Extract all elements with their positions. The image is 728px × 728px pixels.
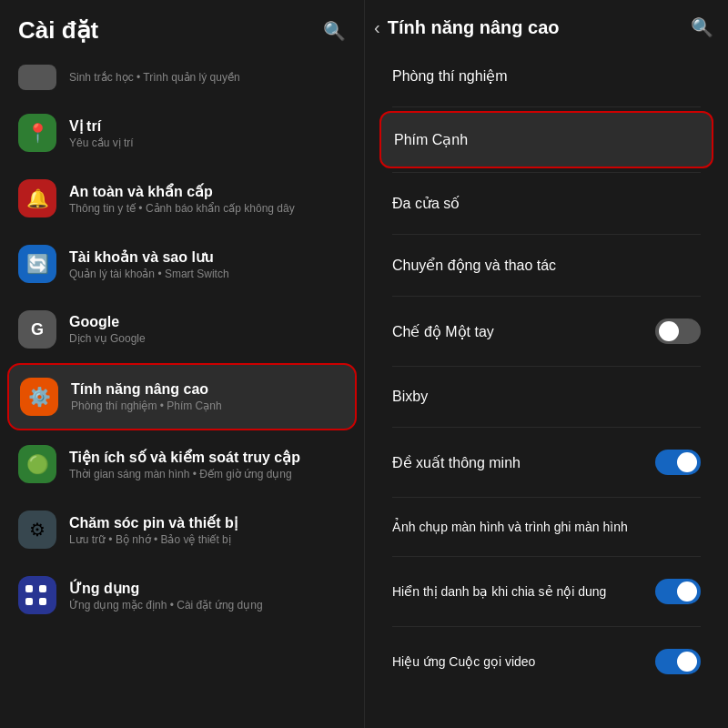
account-icon: 🔄 (18, 245, 56, 283)
back-button[interactable]: ‹ (374, 17, 380, 38)
divider-1 (392, 106, 701, 107)
multiwindow-label: Đa cửa số (392, 195, 460, 212)
safety-icon: 🔔 (18, 179, 56, 217)
google-subtitle: Dịch vụ Google (69, 332, 346, 345)
contacts-share-toggle-thumb (677, 581, 697, 602)
right-item-onehand[interactable]: Chế độ Một tay (379, 300, 713, 362)
divider-7 (392, 497, 701, 498)
sidebar-item-google[interactable]: G Google Dịch vụ Google (7, 298, 357, 361)
onehand-toggle[interactable] (655, 318, 701, 344)
location-icon: 📍 (18, 114, 56, 152)
sidebar-item-account[interactable]: 🔄 Tài khoản và sao lưu Quản lý tài khoản… (7, 232, 357, 296)
advanced-subtitle: Phòng thí nghiệm • Phím Cạnh (71, 399, 344, 412)
left-list: Sinh trắc học • Trình quản lý quyền 📍 Vị… (0, 56, 364, 728)
right-header: ‹ Tính năng nâng cao 🔍 (365, 0, 728, 49)
digital-subtitle: Thời gian sáng màn hình • Đếm giờ ứng dụ… (69, 468, 346, 480)
advanced-title: Tính năng nâng cao (71, 381, 344, 398)
right-item-edge[interactable]: Phím Cạnh (379, 111, 713, 168)
left-panel: Cài đặt 🔍 Sinh trắc học • Trình quản lý … (0, 0, 364, 728)
right-item-motion[interactable]: Chuyển động và thao tác (379, 238, 713, 292)
screenshot-label: Ảnh chụp màn hình và trình ghi màn hình (392, 520, 628, 534)
google-icon: G (18, 310, 56, 349)
sidebar-item-apps[interactable]: Ứng dụng Ứng dụng mặc định • Cài đặt ứng… (7, 563, 357, 627)
lab-label: Phòng thí nghiệm (392, 67, 508, 85)
smart-suggest-toggle[interactable] (655, 450, 701, 475)
divider-3 (392, 234, 701, 235)
partial-top-item[interactable]: Sinh trắc học • Trình quản lý quyền (7, 56, 357, 99)
right-item-bixby[interactable]: Bixby (379, 370, 713, 423)
account-title: Tài khoản và sao lưu (69, 248, 346, 266)
sidebar-item-safety[interactable]: 🔔 An toàn và khẩn cấp Thông tin y tế • C… (7, 167, 357, 230)
sidebar-item-battery[interactable]: ⚙ Chăm sóc pin và thiết bị Lưu trữ • Bộ … (7, 498, 357, 561)
right-item-video-effect[interactable]: Hiệu ứng Cuộc gọi video (379, 631, 713, 693)
left-search-icon[interactable]: 🔍 (323, 20, 346, 42)
divider-5 (392, 366, 701, 367)
right-panel-title: Tính năng nâng cao (388, 17, 560, 38)
left-header: Cài đặt 🔍 (0, 0, 364, 56)
sidebar-item-digital[interactable]: 🟢 Tiện ích số và kiểm soát truy cập Thời… (7, 432, 357, 496)
edge-label: Phím Cạnh (394, 131, 468, 148)
video-effect-toggle[interactable] (655, 649, 701, 674)
contacts-share-label: Hiển thị danh bạ khi chia sẻ nội dung (392, 584, 606, 599)
apps-title: Ứng dụng (69, 580, 346, 597)
smart-suggest-label: Đề xuất thông minh (392, 454, 521, 471)
left-panel-title: Cài đặt (18, 16, 98, 45)
location-title: Vị trí (69, 117, 346, 135)
partial-top-subtitle: Sinh trắc học • Trình quản lý quyền (69, 71, 240, 84)
right-item-lab[interactable]: Phòng thí nghiệm (379, 49, 713, 103)
video-effect-toggle-thumb (677, 652, 697, 672)
divider-8 (392, 556, 701, 557)
safety-subtitle: Thông tin y tế • Cảnh báo khẩn cấp không… (69, 202, 346, 215)
apps-subtitle: Ứng dụng mặc định • Cài đặt ứng dụng (69, 599, 346, 612)
motion-label: Chuyển động và thao tác (392, 257, 556, 274)
bixby-label: Bixby (392, 389, 428, 405)
digital-title: Tiện ích số và kiểm soát truy cập (69, 449, 346, 466)
smart-suggest-toggle-thumb (677, 452, 697, 472)
location-subtitle: Yêu cầu vị trí (69, 136, 346, 149)
contacts-share-toggle[interactable] (655, 579, 701, 604)
sidebar-item-advanced[interactable]: ⚙️ Tính năng nâng cao Phòng thí nghiệm •… (7, 363, 357, 430)
google-title: Google (69, 314, 346, 330)
divider-6 (392, 427, 701, 428)
divider-4 (392, 296, 701, 297)
digital-icon: 🟢 (18, 445, 56, 483)
onehand-toggle-thumb (659, 321, 679, 341)
divider-2 (392, 172, 701, 173)
battery-title: Chăm sóc pin và thiết bị (69, 514, 346, 531)
battery-icon: ⚙ (18, 511, 56, 549)
right-list: Phòng thí nghiệm Phím Cạnh Đa cửa số Chu… (365, 49, 728, 728)
right-item-screenshot[interactable]: Ảnh chụp màn hình và trình ghi màn hình (379, 501, 713, 552)
onehand-label: Chế độ Một tay (392, 323, 494, 340)
right-item-smart-suggest[interactable]: Đề xuất thông minh (379, 431, 713, 493)
apps-icon (18, 576, 56, 614)
right-search-icon[interactable]: 🔍 (691, 16, 713, 38)
divider-9 (392, 626, 701, 627)
battery-subtitle: Lưu trữ • Bộ nhớ • Bảo vệ thiết bị (69, 533, 346, 546)
right-item-multiwindow[interactable]: Đa cửa số (379, 177, 713, 230)
sidebar-item-location[interactable]: 📍 Vị trí Yêu cầu vị trí (7, 101, 357, 165)
safety-title: An toàn và khẩn cấp (69, 183, 346, 200)
account-subtitle: Quản lý tài khoản • Smart Switch (69, 268, 346, 280)
right-panel: ‹ Tính năng nâng cao 🔍 Phòng thí nghiệm … (364, 0, 728, 728)
video-effect-label: Hiệu ứng Cuộc gọi video (392, 654, 535, 669)
advanced-icon: ⚙️ (20, 378, 58, 416)
right-item-contacts-share[interactable]: Hiển thị danh bạ khi chia sẻ nội dung (379, 561, 713, 622)
